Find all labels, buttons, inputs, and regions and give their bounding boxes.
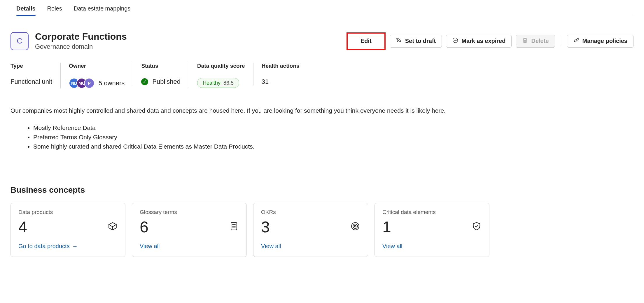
trash-icon (522, 37, 528, 45)
action-divider (561, 36, 561, 46)
card-link-label: View all (382, 243, 402, 250)
owner-count: 5 owners (99, 79, 125, 87)
quality-pill-score: 86.5 (223, 80, 234, 86)
meta-status: Status ✓ Published (133, 63, 189, 86)
meta-health-actions: Health actions 31 (253, 63, 308, 86)
meta-health-actions-label: Health actions (262, 63, 300, 69)
meta-owner-value[interactable]: ND MU P 5 owners (69, 78, 125, 88)
card-link-view-all[interactable]: View all (261, 243, 360, 250)
page-subtitle: Governance domain (35, 43, 127, 50)
page-title: Corporate Functions (35, 32, 127, 42)
card-count: 4 (18, 218, 27, 236)
meta-owner-label: Owner (69, 63, 125, 69)
description-bullet: Mostly Reference Data (33, 124, 565, 132)
meta-owner: Owner ND MU P 5 owners (60, 63, 133, 88)
card-count: 6 (140, 218, 148, 236)
mark-as-expired-button[interactable]: Mark as expired (446, 35, 512, 48)
card-label: Data products (18, 209, 118, 215)
shield-check-icon (472, 221, 482, 232)
meta-type-value: Functional unit (10, 78, 52, 86)
svg-point-9 (354, 225, 356, 227)
toolbar-actions: Edit Set to draft Mark as expired (346, 32, 634, 50)
target-icon (350, 221, 360, 232)
svg-point-2 (574, 40, 576, 42)
card-data-products[interactable]: Data products 4 Go to data products → (10, 203, 125, 257)
mark-as-expired-label: Mark as expired (461, 38, 505, 44)
meta-quality-label: Data quality score (197, 63, 245, 69)
meta-row: Type Functional unit Owner ND MU P 5 own… (10, 63, 634, 88)
owner-avatar-stack: ND MU P (69, 78, 94, 88)
delete-label: Delete (531, 38, 549, 44)
card-glossary-terms[interactable]: Glossary terms 6 View all (132, 203, 247, 257)
card-link-view-all[interactable]: View all (382, 243, 482, 250)
owner-avatar: P (84, 78, 94, 88)
meta-status-label: Status (141, 63, 181, 69)
description-bullet: Preferred Terms Only Glossary (33, 133, 565, 141)
domain-initial-badge: C (10, 32, 29, 50)
tabs: Details Roles Data estate mappings (10, 0, 634, 16)
card-link-label: View all (140, 243, 160, 250)
manage-policies-button[interactable]: Manage policies (567, 35, 634, 48)
quality-pill: Healthy 86.5 (197, 78, 239, 88)
check-circle-icon: ✓ (141, 78, 148, 85)
set-to-draft-button[interactable]: Set to draft (390, 35, 442, 48)
card-critical-data-elements[interactable]: Critical data elements 1 View all (374, 203, 489, 257)
concept-cards: Data products 4 Go to data products → Gl… (10, 203, 634, 257)
meta-health-actions-value: 31 (262, 78, 300, 86)
arrow-right-icon: → (72, 243, 78, 250)
manage-policies-label: Manage policies (582, 38, 628, 44)
meta-type: Type Functional unit (10, 63, 60, 86)
description-bullet: Some highly curated and shared Critical … (33, 142, 565, 151)
card-label: OKRs (261, 209, 360, 215)
svg-point-7 (351, 222, 359, 230)
meta-status-value: Published (152, 78, 181, 86)
meta-type-label: Type (10, 63, 52, 69)
key-lock-icon (573, 37, 580, 45)
card-link-label: View all (261, 243, 281, 250)
tab-roles[interactable]: Roles (47, 5, 62, 16)
tab-details[interactable]: Details (16, 5, 36, 16)
delete-button: Delete (516, 35, 555, 48)
tab-data-estate-mappings[interactable]: Data estate mappings (74, 5, 131, 16)
card-link-label: Go to data products (18, 243, 70, 250)
circle-minus-icon (452, 37, 459, 45)
card-link-go-to-data-products[interactable]: Go to data products → (18, 243, 118, 250)
title-group: C Corporate Functions Governance domain (10, 32, 127, 50)
description-paragraph: Our companies most highly controlled and… (10, 107, 565, 115)
box-icon (108, 221, 118, 232)
svg-point-8 (353, 224, 358, 229)
quality-pill-label: Healthy (203, 80, 220, 86)
card-link-view-all[interactable]: View all (140, 243, 239, 250)
card-label: Glossary terms (140, 209, 239, 215)
card-label: Critical data elements (382, 209, 482, 215)
card-count: 1 (382, 218, 391, 236)
document-lines-icon (229, 221, 239, 232)
meta-quality: Data quality score Healthy 86.5 (189, 63, 253, 88)
page-header: C Corporate Functions Governance domain … (10, 32, 634, 50)
card-count: 3 (261, 218, 270, 236)
set-to-draft-label: Set to draft (405, 38, 436, 44)
card-okrs[interactable]: OKRs 3 View all (253, 203, 368, 257)
pencil-draft-icon (396, 37, 402, 45)
edit-label: Edit (360, 38, 372, 44)
section-business-concepts-heading: Business concepts (10, 185, 634, 195)
edit-button[interactable]: Edit (346, 32, 386, 50)
description: Our companies most highly controlled and… (10, 107, 565, 151)
